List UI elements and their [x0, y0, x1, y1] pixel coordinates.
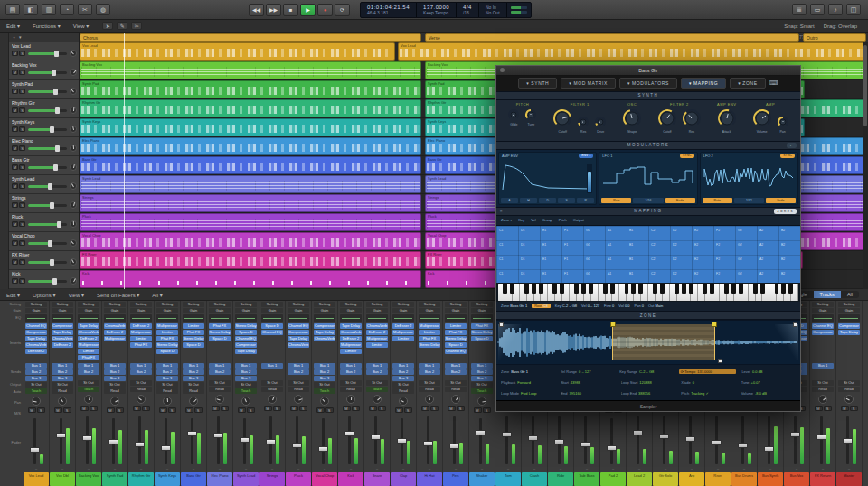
channel-strip[interactable]: SettingGainChromaVerbDeEsser 2Multipress…: [102, 301, 128, 486]
automation-slot[interactable]: Read: [288, 387, 309, 392]
black-key[interactable]: [710, 284, 714, 294]
insert-slot[interactable]: Channel EQ: [812, 323, 834, 329]
zone-cell[interactable]: B1: [629, 229, 633, 232]
zone-param-field[interactable]: Tune+0.07: [741, 380, 796, 385]
fader-cap[interactable]: [344, 431, 354, 436]
send-slot[interactable]: Bus 1: [78, 363, 99, 369]
automation-slot[interactable]: Touch: [235, 388, 257, 394]
eq-thumbnail[interactable]: [52, 314, 73, 322]
send-slot[interactable]: Bus 2: [104, 369, 126, 375]
channel-name-label[interactable]: Rhythm Gtr: [128, 472, 154, 486]
fader[interactable]: [524, 415, 545, 466]
mute-button[interactable]: M: [54, 407, 62, 413]
mixer-menu-edit[interactable]: Edit ▾: [6, 292, 20, 298]
knob-glide[interactable]: Glide: [506, 107, 521, 126]
black-key[interactable]: [552, 284, 557, 294]
apple-loops-icon[interactable]: ♪: [828, 4, 843, 15]
send-slot[interactable]: Bus 3: [104, 376, 126, 381]
fader[interactable]: [681, 415, 703, 466]
pan-knob[interactable]: [70, 164, 77, 171]
plugin-titlebar[interactable]: Bass Gtr: [496, 66, 800, 76]
pan-knob[interactable]: [241, 397, 250, 406]
output-slot[interactable]: St Out: [392, 382, 414, 388]
solo-button[interactable]: S: [19, 202, 25, 208]
zone-cell[interactable]: G2: [738, 243, 742, 247]
solo-button[interactable]: S: [378, 406, 386, 411]
black-key[interactable]: [638, 284, 643, 294]
fader-cap[interactable]: [659, 434, 669, 439]
black-key[interactable]: [524, 284, 529, 294]
pan-knob[interactable]: [70, 50, 77, 57]
mod-foot-button[interactable]: Fade: [665, 198, 695, 203]
channel-name-label[interactable]: Clap: [391, 472, 416, 486]
channel-name-label[interactable]: Vox Lead: [24, 472, 49, 486]
pan-knob[interactable]: [70, 88, 77, 95]
fader[interactable]: [366, 415, 388, 466]
fader[interactable]: [156, 416, 178, 466]
plugin-tab-zone[interactable]: ▾ ZONE: [730, 78, 765, 89]
volume-handle[interactable]: [48, 240, 52, 247]
channel-name-label[interactable]: Crash: [522, 472, 547, 486]
pan-knob[interactable]: [425, 395, 434, 404]
black-key[interactable]: [539, 284, 543, 294]
pan-knob[interactable]: [137, 395, 146, 404]
channel-name-label[interactable]: Synth Lead: [233, 472, 259, 486]
insert-slot[interactable]: ChromaVerb: [366, 323, 388, 329]
setting-slot[interactable]: Setting: [209, 302, 231, 307]
zone-cell[interactable]: A2: [760, 229, 763, 232]
fader-cap[interactable]: [502, 432, 512, 437]
track-header[interactable]: PluckMS: [9, 213, 79, 232]
output-slot[interactable]: St Out: [156, 382, 178, 388]
zone-info-field[interactable]: Fine 0: [604, 304, 614, 308]
fader-cap[interactable]: [187, 431, 197, 436]
lcd-midi-cell[interactable]: No In No Out: [479, 3, 507, 17]
insert-slot[interactable]: Phat FX: [471, 323, 493, 329]
automation-slot[interactable]: Read: [261, 387, 283, 392]
region[interactable]: Pluck: [80, 213, 421, 231]
eq-thumbnail[interactable]: [261, 314, 283, 322]
setting-slot[interactable]: Setting: [130, 302, 152, 307]
zone-cell[interactable]: B2: [781, 272, 785, 276]
setting-slot[interactable]: Setting: [235, 302, 257, 307]
black-key[interactable]: [703, 284, 707, 294]
channel-name-label[interactable]: Arp: [679, 472, 704, 486]
channel-name-label[interactable]: Backing Vox: [76, 472, 101, 486]
fader[interactable]: [419, 415, 440, 466]
fader-cap[interactable]: [266, 439, 276, 444]
zone-cell[interactable]: F1: [564, 229, 568, 232]
channel-strip[interactable]: SettingGainCompressorTape DelaySt OutRea…: [836, 301, 863, 486]
automation-slot[interactable]: Touch: [25, 388, 47, 394]
fader-cap[interactable]: [82, 435, 92, 441]
zone-param-field[interactable]: Volume-8.0 dB: [741, 391, 796, 396]
eq-thumbnail[interactable]: [445, 314, 467, 322]
pan-knob[interactable]: [58, 397, 67, 406]
channel-name-label[interactable]: Bus Synth: [758, 472, 783, 486]
gain-slot[interactable]: Gain: [52, 308, 73, 313]
mapping-tool[interactable]: Output: [573, 218, 584, 222]
library-icon[interactable]: ▤: [5, 4, 20, 15]
volume-handle[interactable]: [48, 183, 52, 190]
insert-slot[interactable]: Stereo Delay: [445, 336, 467, 341]
region[interactable]: Elec Piano: [80, 137, 421, 155]
insert-slot[interactable]: Limiter: [366, 342, 388, 348]
black-key[interactable]: [739, 284, 743, 294]
send-slot[interactable]: Bus 1: [209, 363, 231, 369]
mute-button[interactable]: M: [159, 407, 167, 413]
volume-handle[interactable]: [55, 107, 60, 114]
zone-cell[interactable]: B2: [781, 229, 785, 232]
lcd-signature-cell[interactable]: 4/4 /16: [457, 3, 479, 17]
fader[interactable]: [235, 416, 257, 466]
zone-cell[interactable]: G2: [738, 257, 742, 261]
setting-slot[interactable]: Setting: [419, 302, 440, 307]
send-slot[interactable]: Bus 2: [25, 369, 47, 375]
knob-volume[interactable]: Volume: [751, 107, 773, 134]
fader[interactable]: [786, 415, 807, 466]
gain-slot[interactable]: Gain: [78, 308, 99, 313]
pan-knob[interactable]: [70, 182, 77, 190]
solo-button[interactable]: S: [19, 240, 25, 246]
knob-res[interactable]: Res: [576, 115, 590, 134]
zone-cell[interactable]: G2: [738, 272, 742, 276]
track-header[interactable]: Backing VoxMS: [9, 61, 79, 80]
mute-button[interactable]: M: [12, 278, 18, 284]
output-slot[interactable]: St Out: [314, 382, 335, 388]
